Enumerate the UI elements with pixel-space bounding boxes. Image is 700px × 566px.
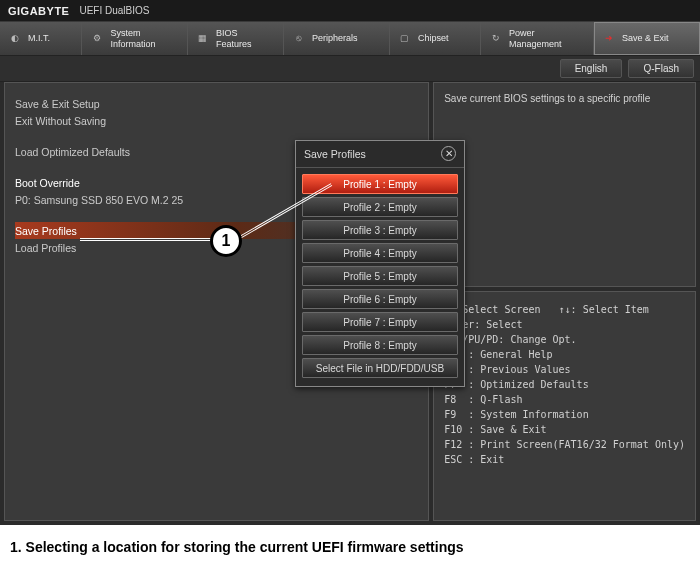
tab-label: BIOS Features bbox=[216, 28, 252, 50]
close-icon[interactable]: ✕ bbox=[441, 146, 456, 161]
tab-power[interactable]: ↻ Power Management bbox=[481, 22, 594, 55]
tab-label: Power Management bbox=[509, 28, 562, 50]
tab-chipset[interactable]: ▢ Chipset bbox=[390, 22, 481, 55]
tab-label: System Information bbox=[110, 28, 155, 50]
callout-badge-1: 1 bbox=[210, 225, 242, 257]
dialog-titlebar: Save Profiles ✕ bbox=[296, 141, 464, 168]
gear-icon: ⚙ bbox=[90, 32, 104, 46]
profile-slot-4[interactable]: Profile 4 : Empty bbox=[302, 243, 458, 263]
exit-icon: ➜ bbox=[602, 32, 616, 46]
tab-label: M.I.T. bbox=[28, 33, 50, 44]
profile-slot-2[interactable]: Profile 2 : Empty bbox=[302, 197, 458, 217]
tab-label: Chipset bbox=[418, 33, 449, 44]
dialog-body: Profile 1 : Empty Profile 2 : Empty Prof… bbox=[296, 168, 464, 386]
title-bar: GIGABYTE UEFI DualBIOS bbox=[0, 0, 700, 22]
brand-logo: GIGABYTE bbox=[8, 5, 69, 17]
profile-slot-7[interactable]: Profile 7 : Empty bbox=[302, 312, 458, 332]
profile-slot-5[interactable]: Profile 5 : Empty bbox=[302, 266, 458, 286]
features-icon: ▦ bbox=[196, 32, 210, 46]
tab-mit[interactable]: ◐ M.I.T. bbox=[0, 22, 82, 55]
callout-line bbox=[80, 238, 212, 242]
tab-save-exit[interactable]: ➜ Save & Exit bbox=[594, 22, 700, 55]
profile-select-file[interactable]: Select File in HDD/FDD/USB bbox=[302, 358, 458, 378]
tab-bios-features[interactable]: ▦ BIOS Features bbox=[188, 22, 284, 55]
help-pane: ↔: Select Screen ↑↓: Select Item Enter: … bbox=[433, 291, 696, 521]
qflash-button[interactable]: Q-Flash bbox=[628, 59, 694, 78]
brand-subtitle: UEFI DualBIOS bbox=[79, 5, 149, 16]
profile-slot-6[interactable]: Profile 6 : Empty bbox=[302, 289, 458, 309]
tab-peripherals[interactable]: ⎋ Peripherals bbox=[284, 22, 390, 55]
description-pane: Save current BIOS settings to a specific… bbox=[433, 82, 696, 287]
figure-caption: 1. Selecting a location for storing the … bbox=[0, 525, 700, 566]
power-icon: ↻ bbox=[489, 32, 503, 46]
tab-label: Peripherals bbox=[312, 33, 358, 44]
item-exit-no-save[interactable]: Exit Without Saving bbox=[15, 112, 418, 129]
tab-system-info[interactable]: ⚙ System Information bbox=[82, 22, 188, 55]
dialog-title: Save Profiles bbox=[304, 148, 366, 160]
bios-window: GIGABYTE UEFI DualBIOS ◐ M.I.T. ⚙ System… bbox=[0, 0, 700, 525]
right-column: Save current BIOS settings to a specific… bbox=[433, 82, 696, 521]
chipset-icon: ▢ bbox=[398, 32, 412, 46]
profile-slot-3[interactable]: Profile 3 : Empty bbox=[302, 220, 458, 240]
util-bar: English Q-Flash bbox=[0, 56, 700, 82]
profile-slot-1[interactable]: Profile 1 : Empty bbox=[302, 174, 458, 194]
tab-label: Save & Exit bbox=[622, 33, 669, 44]
language-button[interactable]: English bbox=[560, 59, 623, 78]
main-tabs: ◐ M.I.T. ⚙ System Information ▦ BIOS Fea… bbox=[0, 22, 700, 56]
mit-icon: ◐ bbox=[8, 32, 22, 46]
profile-slot-8[interactable]: Profile 8 : Empty bbox=[302, 335, 458, 355]
item-save-exit-setup[interactable]: Save & Exit Setup bbox=[15, 95, 418, 112]
save-profiles-dialog: Save Profiles ✕ Profile 1 : Empty Profil… bbox=[295, 140, 465, 387]
peripherals-icon: ⎋ bbox=[292, 32, 306, 46]
